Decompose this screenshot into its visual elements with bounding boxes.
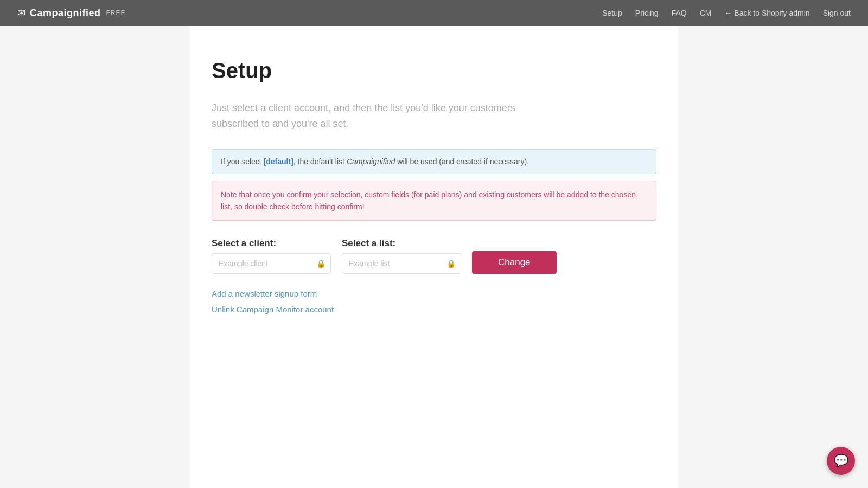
nav-setup[interactable]: Setup xyxy=(602,9,622,17)
alert-info-suffix: , the default list xyxy=(293,157,347,166)
logo-icon: ✉ xyxy=(17,7,25,19)
nav-back-to-shopify[interactable]: ← Back to Shopify admin xyxy=(724,9,809,17)
logo-badge: FREE xyxy=(106,9,126,17)
chat-button[interactable]: 💬 xyxy=(827,447,855,475)
alert-info-keyword: [default] xyxy=(264,157,293,166)
page-description: Just select a client account, and then t… xyxy=(212,100,559,132)
client-input[interactable] xyxy=(212,253,331,274)
main-nav: Setup Pricing FAQ CM ← Back to Shopify a… xyxy=(602,9,851,17)
page-title: Setup xyxy=(212,59,656,83)
client-input-wrapper: 🔒 xyxy=(212,253,331,274)
client-lock-icon: 🔒 xyxy=(316,259,326,268)
nav-pricing[interactable]: Pricing xyxy=(635,9,659,17)
logo-text: Campaignified xyxy=(30,8,101,19)
list-form-group: Select a list: 🔒 xyxy=(342,238,461,274)
alert-info-brand: Campaignified xyxy=(347,157,395,166)
form-row: Select a client: 🔒 Select a list: 🔒 Chan… xyxy=(212,238,656,274)
add-newsletter-link[interactable]: Add a newsletter signup form xyxy=(212,289,656,298)
client-form-group: Select a client: 🔒 xyxy=(212,238,331,274)
unlink-campaign-monitor-link[interactable]: Unlink Campaign Monitor account xyxy=(212,305,656,314)
alert-warning: Note that once you confirm your selectio… xyxy=(212,181,656,221)
header: ✉ Campaignified FREE Setup Pricing FAQ C… xyxy=(0,0,868,26)
list-input-wrapper: 🔒 xyxy=(342,253,461,274)
client-label: Select a client: xyxy=(212,238,331,249)
alert-info-prefix: If you select xyxy=(221,157,264,166)
main-content: Setup Just select a client account, and … xyxy=(190,26,678,488)
chat-icon: 💬 xyxy=(834,454,848,468)
list-label: Select a list: xyxy=(342,238,461,249)
change-button[interactable]: Change xyxy=(472,251,557,274)
list-input[interactable] xyxy=(342,253,461,274)
action-links: Add a newsletter signup form Unlink Camp… xyxy=(212,289,656,314)
nav-sign-out[interactable]: Sign out xyxy=(823,9,851,17)
alert-info-suffix2: will be used (and created if necessary). xyxy=(395,157,529,166)
nav-cm[interactable]: CM xyxy=(700,9,712,17)
list-lock-icon: 🔒 xyxy=(446,259,456,268)
logo-area: ✉ Campaignified FREE xyxy=(17,7,126,19)
alert-info: If you select [default], the default lis… xyxy=(212,149,656,174)
nav-faq[interactable]: FAQ xyxy=(672,9,687,17)
